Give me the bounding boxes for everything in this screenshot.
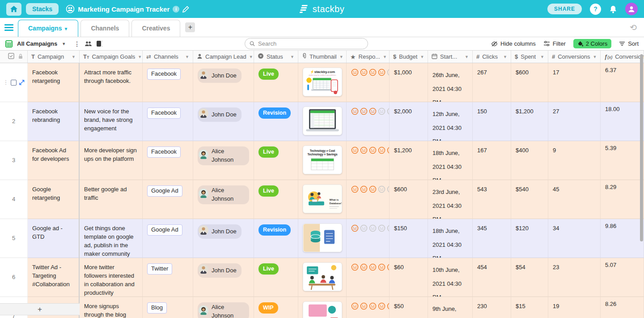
cell-clicks[interactable]: 454 [473,258,511,297]
search-input[interactable] [258,40,363,47]
column-header-conversion[interactable]: ƒ(x)Conversion [601,51,644,63]
column-header-budget[interactable]: $Budget▼ [390,51,428,63]
column-caret-icon[interactable]: ▼ [290,55,294,59]
column-header-channel[interactable]: ⇄Channels▼ [143,51,193,63]
rating-smiley-icon[interactable] [360,185,368,196]
rating-smiley-icon[interactable] [369,69,377,79]
column-header-lead[interactable]: Campaign Lead▼ [193,51,254,63]
cell-status[interactable]: Live [254,63,298,102]
cell-spent[interactable]: $15 [511,297,548,318]
cell-conversions[interactable]: 45 [548,180,601,219]
cell-status[interactable]: Revision [254,219,298,258]
rating-smiley-icon[interactable] [360,302,368,313]
column-caret-icon[interactable]: ▼ [503,55,507,59]
thumbnail-image[interactable]: ⚡stackby.commake way for endless possibi… [303,68,342,96]
cell-rating[interactable] [347,297,390,318]
rating-smiley-icon[interactable] [360,69,368,79]
vertical-scrollbar[interactable] [640,54,643,241]
rating-smiley-icon[interactable] [351,263,359,274]
cell-campaign[interactable]: Google retargeting [28,180,80,219]
cell-conversions[interactable]: 23 [548,258,601,297]
cell-status[interactable]: Live [254,180,298,219]
cell-spent[interactable]: $54 [511,258,548,297]
hide-columns-button[interactable]: Hide columns [491,40,536,47]
rating-smiley-icon[interactable] [378,263,386,274]
history-icon[interactable]: ⟲ [630,22,637,33]
cell-handle[interactable]: 5 [0,219,28,258]
column-header-start[interactable]: Start...▼ [428,51,473,63]
column-header-status[interactable]: Status▼ [254,51,298,63]
select-all-checkbox-icon[interactable] [8,53,14,60]
cell-channel[interactable]: Facebook [143,102,193,141]
column-caret-icon[interactable]: ▼ [593,55,597,59]
cell-handle[interactable]: 4 [0,180,28,219]
cell-start[interactable]: 12th June, 2021 04:30 PM [428,102,473,141]
cell-conversion[interactable]: 8.26 [601,297,644,318]
rating-smiley-icon[interactable] [378,107,386,118]
rating-smiley-icon[interactable] [351,107,359,118]
cell-goals[interactable]: More twitter followers interested in col… [80,258,143,297]
cell-goals[interactable]: Attract more traffic through facebook. [80,63,143,102]
rating-smiley-icon[interactable] [351,185,359,196]
cell-clicks[interactable]: 543 [473,180,511,219]
cell-spent[interactable]: $600 [511,63,548,102]
expand-row-icon[interactable]: ⤢ [19,77,24,87]
cell-start[interactable]: 18th June, 2021 04:30 PM [428,219,473,258]
rating-smiley-icon[interactable] [369,185,377,196]
column-caret-icon[interactable]: ▼ [138,55,142,59]
column-caret-icon[interactable]: ▼ [339,55,343,59]
tab-campaigns[interactable]: Campaigns▼ [18,20,78,37]
column-header-goals[interactable]: TTCampaign Goals▼ [80,51,143,63]
cell-rating[interactable] [347,102,390,141]
column-caret-icon[interactable]: ▼ [383,55,387,59]
cell-conversion[interactable]: 18.00 [601,102,644,141]
cell-lead[interactable]: John Doe [193,219,254,258]
rating-smiley-icon[interactable] [351,69,359,79]
cell-thumbnail[interactable]: Technology ≠ CostTechnology = Savings [298,141,347,180]
cell-thumbnail[interactable] [298,102,347,141]
column-header-rating[interactable]: ★Respo...▼ [347,51,390,63]
rating-smiley-icon[interactable] [378,69,386,79]
rating-smiley-icon[interactable] [369,224,377,235]
cell-rating[interactable] [347,180,390,219]
cell-budget[interactable]: $600 [390,180,428,219]
column-caret-icon[interactable]: ▼ [185,55,189,59]
select-all-header[interactable] [0,51,28,63]
stacks-button[interactable]: Stacks [26,3,59,15]
thumbnail-image[interactable] [303,262,342,291]
cell-budget[interactable]: $1,200 [390,141,428,180]
rating-smiley-icon[interactable] [378,146,386,157]
column-header-conversions[interactable]: #Conversions▼ [548,51,601,63]
rating-smiley-icon[interactable] [369,302,377,313]
cell-goals[interactable]: Better google ad traffic [80,180,143,219]
cell-thumbnail[interactable]: What isDatabase? [298,180,347,219]
cell-start[interactable]: 26th June, 2021 04:30 PM [428,63,473,102]
rating-smiley-icon[interactable] [360,146,368,157]
tab-channels[interactable]: Channels [80,20,129,37]
rating-smiley-icon[interactable] [369,263,377,274]
view-caret-icon[interactable]: ▼ [62,42,66,46]
cell-clicks[interactable]: 230 [473,297,511,318]
cell-handle[interactable]: 6 [0,258,28,297]
cell-campaign[interactable]: Facebook rebranding [28,102,80,141]
cell-budget[interactable]: $1,000 [390,63,428,102]
cell-handle[interactable]: ⋮⤢ [0,63,28,102]
thumbnail-image[interactable] [303,107,342,135]
add-row-button[interactable]: + [0,303,80,315]
cell-lead[interactable]: John Doe [193,63,254,102]
cell-handle[interactable]: 2 [0,102,28,141]
cell-conversion[interactable]: 9.86 [601,219,644,258]
cell-conversion[interactable]: 5.07 [601,258,644,297]
cell-thumbnail[interactable] [298,258,347,297]
edit-title-icon[interactable] [182,6,189,13]
cell-goals[interactable]: Get things done template on google ad, p… [80,219,143,258]
cell-thumbnail[interactable]: ⚡stackby.commake way for endless possibi… [298,63,347,102]
cell-start[interactable]: 10th June, 2021 04:30 PM [428,258,473,297]
row-checkbox[interactable] [11,80,17,86]
drag-handle-icon[interactable]: ⋮ [3,78,8,87]
rating-smiley-icon[interactable] [351,146,359,157]
column-caret-icon[interactable]: ▼ [420,55,424,59]
cell-campaign[interactable]: Twitter Ad - Targeting #Collaboration [28,258,80,297]
cell-goals[interactable]: New voice for the brand, have strong eng… [80,102,143,141]
view-options-kebab-icon[interactable]: ⋮ [74,40,80,47]
